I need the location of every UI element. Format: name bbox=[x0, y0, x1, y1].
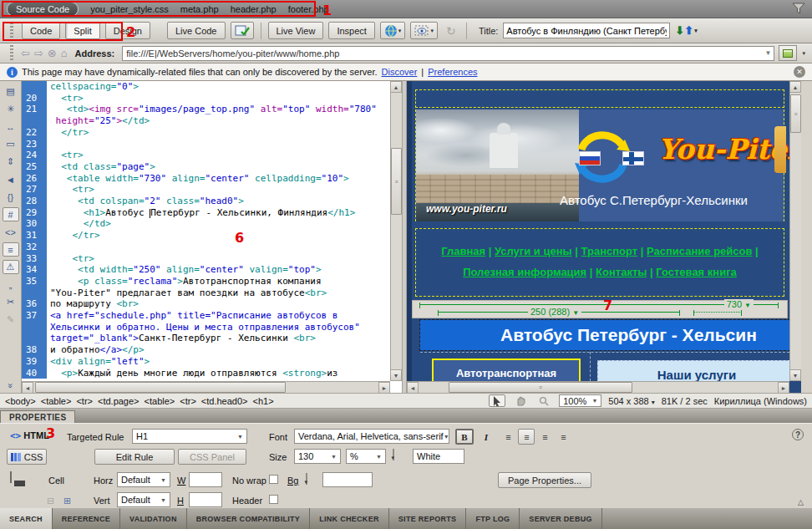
code-line[interactable]: 30 </td> bbox=[22, 218, 390, 230]
column-width-menu-250[interactable]: 250 (288) ▼ bbox=[528, 307, 581, 317]
bold-button[interactable]: B bbox=[455, 429, 474, 445]
collapse-selection-icon[interactable]: ▭ bbox=[3, 137, 19, 151]
results-tab-ftp-log[interactable]: FTP LOG bbox=[466, 508, 520, 529]
collapse-panel-icon[interactable]: △ bbox=[798, 498, 804, 506]
code-line[interactable]: 29 <h1>Автобус Петербург - Хельсинки, Фи… bbox=[22, 207, 390, 219]
code-line[interactable]: "You-Piter" предлагает вам поездки на ав… bbox=[22, 287, 390, 299]
code-line[interactable]: 33 <tr> bbox=[22, 253, 390, 265]
css-mode-button[interactable]: CSS bbox=[7, 449, 47, 465]
code-text[interactable]: <div align="left"> bbox=[47, 356, 150, 368]
design-scroll-left-icon[interactable]: ◄ bbox=[407, 382, 419, 393]
related-file-meta[interactable]: meta.php bbox=[180, 4, 219, 14]
design-vscroll-thumb[interactable]: ≡ bbox=[790, 94, 801, 133]
code-line[interactable]: 25 <td class="page"> bbox=[22, 161, 390, 173]
address-bar-grip[interactable] bbox=[10, 45, 13, 62]
results-tab-search[interactable]: SEARCH bbox=[0, 508, 53, 529]
check-browser-compatibility-button[interactable] bbox=[231, 22, 254, 39]
results-tab-validation[interactable]: VALIDATION bbox=[120, 508, 187, 529]
scroll-left-icon[interactable]: ◄ bbox=[22, 382, 33, 393]
code-line[interactable]: cellspacing="0"> bbox=[22, 81, 390, 93]
filter-related-files-icon[interactable] bbox=[792, 3, 805, 16]
split-cell-icon[interactable]: ⊞ bbox=[63, 496, 71, 506]
file-management-icon[interactable]: ⬇⬆▾ bbox=[675, 24, 697, 37]
site-nav-link[interactable]: Контакты bbox=[596, 266, 647, 278]
site-nav-link[interactable]: Полезная информация bbox=[463, 266, 586, 278]
reclama-box[interactable]: Автотранспортная компания "You-Piter" пр… bbox=[432, 359, 581, 381]
text-color-swatch[interactable] bbox=[393, 449, 394, 460]
close-info-bar-icon[interactable]: ✕ bbox=[794, 66, 805, 78]
balance-braces-icon[interactable]: {} bbox=[3, 190, 19, 204]
code-text[interactable]: </tr> bbox=[47, 230, 100, 242]
highlight-invalid-code-icon[interactable]: <> bbox=[3, 225, 19, 239]
no-wrap-checkbox[interactable] bbox=[269, 475, 278, 484]
table-width-bar[interactable]: 730 ▼ 250 (288) ▼ 7 bbox=[412, 300, 788, 318]
code-text[interactable]: "You-Piter" предлагает вам поездки на ав… bbox=[47, 287, 327, 299]
align-center-icon[interactable]: ≡ bbox=[518, 429, 535, 445]
horz-dropdown[interactable]: Default▼ bbox=[117, 472, 170, 487]
tag-selector-item[interactable]: <table> bbox=[145, 396, 175, 406]
visual-aids-icon[interactable]: ▾ bbox=[410, 22, 438, 39]
merge-cells-icon[interactable]: ⊟ bbox=[47, 496, 54, 506]
code-line[interactable]: height="25"></td> bbox=[22, 115, 390, 127]
scroll-right-icon[interactable]: ► bbox=[378, 382, 390, 393]
refresh-icon[interactable]: ↻ bbox=[443, 23, 459, 38]
format-source-icon[interactable]: ✎ bbox=[3, 313, 19, 327]
code-line[interactable]: 23 bbox=[22, 139, 390, 150]
code-line[interactable]: 21 <td><img src="images/page_top.png" al… bbox=[22, 104, 390, 115]
related-file-css[interactable]: you_piter_style.css bbox=[90, 4, 169, 14]
design-hscroll-thumb[interactable]: ≡ bbox=[449, 382, 632, 393]
html-mode-button[interactable]: <> HTML bbox=[10, 430, 49, 441]
text-color-name-field[interactable]: White bbox=[413, 449, 464, 464]
size-unit-dropdown[interactable]: %▼ bbox=[346, 449, 386, 464]
results-tab-reference[interactable]: REFERENCE bbox=[53, 508, 120, 529]
code-line[interactable]: 35 <p class="reclama">Автотранспортная к… bbox=[22, 276, 390, 287]
hand-tool-icon[interactable] bbox=[512, 394, 529, 407]
scroll-down-icon[interactable]: ▼ bbox=[390, 369, 402, 381]
code-text[interactable]: </td> bbox=[47, 218, 111, 230]
code-text[interactable]: по маршруту <br> bbox=[47, 298, 139, 310]
code-line[interactable]: 22 </tr> bbox=[22, 127, 390, 139]
code-text[interactable]: <td colspan="2" class="head0"> bbox=[47, 196, 244, 207]
code-text[interactable] bbox=[47, 139, 50, 150]
open-documents-icon[interactable]: ▤ bbox=[3, 84, 19, 99]
design-h1-heading[interactable]: Автобус Петербург - Хельсин bbox=[420, 320, 789, 350]
related-file-header[interactable]: header.php bbox=[231, 4, 277, 14]
site-nav-link[interactable]: Услуги и цены bbox=[495, 245, 572, 257]
design-scroll-right-icon[interactable]: ► bbox=[778, 382, 789, 393]
align-left-icon[interactable]: ≡ bbox=[500, 429, 516, 445]
size-dropdown[interactable]: 130▼ bbox=[294, 449, 341, 464]
code-line[interactable]: 31 </tr> bbox=[22, 230, 390, 242]
code-hscroll-thumb[interactable] bbox=[35, 382, 286, 393]
code-text[interactable]: <td width="250" align="center" valign="t… bbox=[47, 264, 322, 276]
address-input[interactable]: file:///E|/WebServers/home/you-piter/www… bbox=[122, 46, 774, 61]
tag-selector-item[interactable]: <table> bbox=[41, 396, 72, 406]
design-view-pane[interactable]: You-Piter Автобус С.Петербург-Хельсинки … bbox=[407, 81, 801, 393]
syntax-error-alerts-icon[interactable]: ⚠ bbox=[3, 260, 19, 274]
design-scroll-down-icon[interactable]: ▼ bbox=[789, 369, 801, 381]
code-line[interactable]: 28 <td colspan="2" class="head0"> bbox=[22, 196, 390, 207]
services-box[interactable]: Наши услуги bbox=[597, 360, 789, 381]
site-nav-link[interactable]: Гостевая книга bbox=[656, 266, 737, 278]
remove-comment-icon[interactable]: ✂ bbox=[3, 295, 19, 309]
code-text[interactable]: </tr> bbox=[47, 127, 89, 139]
results-tab-link-checker[interactable]: LINK CHECKER bbox=[310, 508, 389, 529]
code-view-pane[interactable]: cellspacing="0">20 <tr>21 <td><img src="… bbox=[22, 81, 402, 393]
align-justify-icon[interactable]: ≡ bbox=[555, 429, 571, 445]
code-line[interactable]: 24 <tr> bbox=[22, 150, 390, 161]
italic-button[interactable]: I bbox=[477, 429, 495, 445]
code-text[interactable]: <p class="reclama">Автотранспортная комп… bbox=[47, 276, 322, 287]
code-text[interactable] bbox=[47, 242, 50, 253]
scroll-up-icon[interactable]: ▲ bbox=[390, 81, 402, 93]
code-line[interactable]: 34 <td width="250" align="center" valign… bbox=[22, 264, 390, 276]
preferences-link[interactable]: Preferences bbox=[428, 67, 477, 77]
code-line[interactable]: 40 <p>Каждый день многие люди отправляют… bbox=[22, 368, 390, 379]
design-scroll-up-icon[interactable]: ▲ bbox=[789, 81, 801, 93]
source-code-tab[interactable]: Source Code bbox=[7, 2, 79, 17]
code-text[interactable]: <h1>Автобус Петербург - Хельсинки, Финля… bbox=[47, 207, 355, 219]
tag-selector-item[interactable]: <tr> bbox=[76, 396, 93, 406]
code-line[interactable]: 36по маршруту <br> bbox=[22, 298, 390, 310]
magnification-dropdown[interactable]: 100%▼ bbox=[559, 394, 601, 407]
design-vertical-scrollbar[interactable]: ▲ ≡ ▼ bbox=[789, 81, 801, 381]
live-code-button[interactable]: Live Code bbox=[167, 22, 226, 39]
code-lines[interactable]: cellspacing="0">20 <tr>21 <td><img src="… bbox=[22, 81, 390, 381]
